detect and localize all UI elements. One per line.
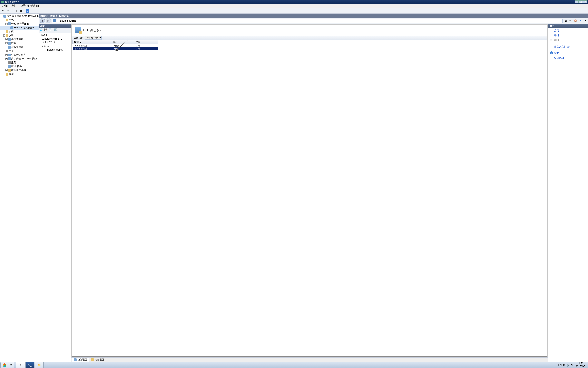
conn-start-page[interactable]: 起始页: [39, 33, 71, 37]
tree-roles[interactable]: −角色: [0, 18, 39, 22]
group-by-select[interactable]: 不进行分组: [85, 36, 102, 40]
back-icon[interactable]: ⇦: [1, 9, 5, 13]
action-online-help[interactable]: 联机帮助: [548, 55, 588, 60]
breadcrumb[interactable]: ▸ iZfc3rgfh5vr5nZ ▸: [52, 18, 563, 23]
group-by-row: 分组依据: 不进行分组: [72, 36, 547, 40]
feature-heading: FTP 身份验证: [72, 25, 547, 36]
nav-icon-1[interactable]: 🖼: [563, 19, 568, 23]
tree-event-viewer[interactable]: +事件查看器: [0, 37, 39, 41]
sort-asc-icon: ▲: [80, 41, 82, 43]
auth-cell-type: 内置: [135, 44, 158, 48]
content-view-icon: [91, 359, 94, 361]
ftp-auth-icon: [75, 27, 81, 34]
actions-pane: 操作 启用 编辑... 删除 自定义提供程序... 帮助 联机帮助: [548, 24, 588, 362]
taskbar-clock[interactable]: 11:51 2017/1/5: [574, 362, 586, 368]
app-icon: [1, 1, 4, 3]
help-icon[interactable]: ?: [26, 9, 29, 13]
close-button[interactable]: ✕: [583, 0, 587, 3]
menu-view[interactable]: 查看(V): [21, 4, 29, 8]
start-button[interactable]: 开始: [0, 362, 14, 368]
menu-help[interactable]: 帮助(H): [30, 4, 39, 8]
window-title: 服务器管理器: [4, 0, 19, 4]
conn-default-site[interactable]: +Default Web S: [39, 48, 71, 51]
tree-local-users[interactable]: +本地用户和组: [0, 68, 39, 72]
restore-button[interactable]: ❐: [579, 0, 583, 3]
action-delete: 删除: [548, 38, 588, 43]
action-edit[interactable]: 编辑...: [548, 33, 588, 38]
nav-back-button[interactable]: ◀: [40, 18, 45, 23]
properties-icon[interactable]: ▦: [18, 9, 23, 13]
conn-app-pools[interactable]: 应用程序池: [39, 40, 71, 44]
view-tabs: 功能视图 内容视图: [72, 357, 548, 362]
features-view-icon: [74, 359, 77, 361]
center-pane: FTP 身份验证 分组依据: 不进行分组 模式 ▲: [72, 24, 548, 362]
menu-action[interactable]: 操作(A): [11, 4, 19, 8]
server-manager-tree[interactable]: 服务器管理器 (iZfc3rgfh5vr5n −角色 −Web 服务器(IIS)…: [0, 14, 39, 362]
taskbar-explorer[interactable]: 📁: [35, 362, 44, 368]
nav-help-icon[interactable]: ?: [578, 19, 582, 23]
conn-server-node[interactable]: −iZfc3rgfh5vr5nZ (iZf: [39, 37, 71, 40]
iis-nav-row: ◀ ▶ ▸ iZfc3rgfh5vr5nZ ▸ 🖼 ✉ 🏠 ? ▾: [39, 18, 588, 24]
conn-add-icon[interactable]: 🌐: [40, 28, 43, 32]
tree-performance[interactable]: +性能: [0, 41, 39, 45]
window-controls: _ ❐ ✕: [575, 0, 587, 3]
menu-file[interactable]: 文件(F): [1, 4, 9, 8]
nav-icon-2[interactable]: ✉: [568, 19, 572, 23]
action-custom-providers[interactable]: 自定义提供程序...: [548, 44, 588, 49]
tab-content-view[interactable]: 内容视图: [89, 358, 106, 362]
tray-icon-2[interactable]: 🔊: [567, 364, 570, 367]
windows-orb-icon: [3, 363, 6, 367]
tree-root[interactable]: 服务器管理器 (iZfc3rgfh5vr5n: [0, 14, 39, 18]
tree-wmi[interactable]: WMI 控件: [0, 64, 39, 68]
toolbar: ⇦ ⇨ ◫ ▦ ?: [0, 8, 588, 14]
feature-title: FTP 身份验证: [83, 28, 103, 32]
tree-firewall[interactable]: +高级安全 Windows 防火: [0, 57, 39, 61]
tree-web-iis[interactable]: −Web 服务器(IIS): [0, 22, 39, 26]
auth-cell-mode: 基本身份验证: [73, 44, 111, 48]
conn-cert-icon[interactable]: 📄: [49, 28, 52, 32]
conn-refresh-icon[interactable]: 🔄: [54, 28, 58, 32]
auth-row[interactable]: 基本身份验证已禁用内置: [73, 44, 158, 48]
connections-toolbar: 🌐 💾 📄 🔄: [39, 28, 71, 33]
show-hide-icon[interactable]: ◫: [13, 9, 18, 13]
system-tray[interactable]: EN 🖥 🔊 ⚑ 11:51 2017/1/5: [557, 362, 588, 368]
taskbar: 开始 🖥 ≻_ 📁 EN 🖥 🔊 ⚑ 11:51 2017/1/5: [0, 362, 588, 368]
tree-iis-manager[interactable]: Internet 信息服务(I: [0, 26, 39, 30]
tab-features-view[interactable]: 功能视图: [72, 357, 89, 362]
breadcrumb-host[interactable]: iZfc3rgfh5vr5nZ: [59, 19, 76, 22]
tree-config[interactable]: −配置: [0, 49, 39, 53]
conn-save-icon[interactable]: 💾: [44, 28, 48, 32]
actions-header: 操作: [548, 24, 588, 28]
conn-sites[interactable]: −网站: [39, 44, 71, 48]
auth-row[interactable]: 匿名身份验证已禁用内置: [73, 47, 158, 50]
server-icon: [53, 19, 56, 22]
taskbar-powershell[interactable]: ≻_: [25, 362, 34, 368]
forward-icon[interactable]: ⇨: [6, 9, 11, 13]
col-mode[interactable]: 模式 ▲: [73, 40, 111, 44]
tree-task-scheduler[interactable]: +任务计划程序: [0, 53, 39, 57]
col-status[interactable]: 状态: [111, 40, 135, 44]
nav-forward-button[interactable]: ▶: [46, 18, 51, 23]
tree-features[interactable]: 功能: [0, 30, 39, 34]
language-indicator[interactable]: EN: [558, 364, 562, 367]
auth-cell-type: 内置: [135, 47, 158, 50]
taskbar-server-manager[interactable]: 🖥: [16, 362, 25, 368]
minimize-button[interactable]: _: [575, 0, 579, 3]
tree-storage[interactable]: +存储: [0, 72, 39, 76]
tree-services[interactable]: 服务: [0, 61, 39, 64]
action-enable[interactable]: 启用: [548, 28, 588, 33]
tray-flag-icon[interactable]: ⚑: [571, 364, 573, 367]
action-help[interactable]: 帮助: [548, 51, 588, 55]
tree-diagnostics[interactable]: −诊断: [0, 34, 39, 37]
nav-home-icon[interactable]: 🏠: [573, 19, 577, 23]
auth-cell-mode: 匿名身份验证: [73, 47, 111, 50]
connections-tree[interactable]: 起始页 −iZfc3rgfh5vr5nZ (iZf 应用程序池 −网站 +Def…: [39, 33, 71, 362]
window-title-bar: 服务器管理器 _ ❐ ✕: [0, 0, 588, 4]
tray-icon-1[interactable]: 🖥: [563, 364, 565, 367]
auth-grid[interactable]: 模式 ▲ 状态 类型 基本身份验证已禁用内置匿名身份验证已禁用内置: [72, 40, 547, 356]
tree-device-manager[interactable]: 设备管理器: [0, 45, 39, 49]
col-type[interactable]: 类型: [135, 40, 158, 44]
connections-pane: 连接 🌐 💾 📄 🔄 起始页 −iZfc3rgfh5vr5nZ (iZf 应用程…: [39, 24, 72, 362]
iis-title-bar: Internet 信息服务(IIS)管理器: [39, 14, 588, 18]
nav-dropdown-icon[interactable]: ▾: [583, 19, 587, 23]
